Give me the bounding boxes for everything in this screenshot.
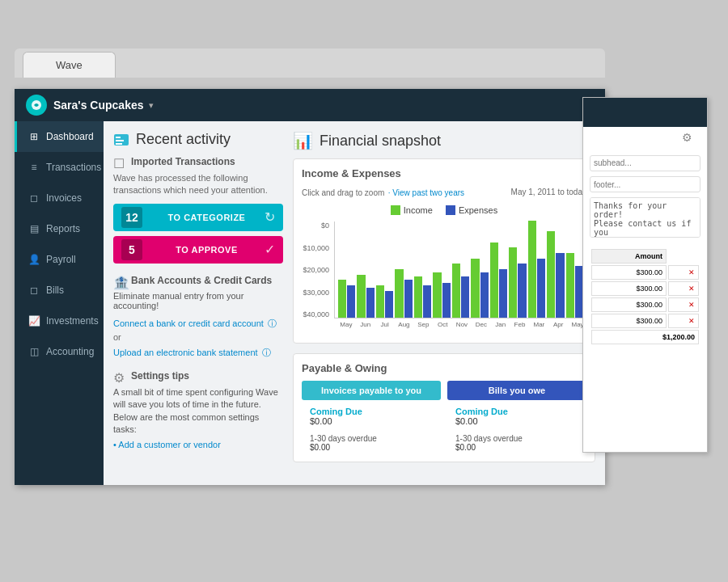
x-axis-label: Sep (414, 321, 432, 328)
sidebar-label-payroll: Payroll (46, 254, 76, 265)
sidebar-label-investments: Investments (46, 315, 99, 327)
upload-statement-label: Upload an electronic bank statement (113, 348, 258, 357)
bg-table-total-row: $1,200.00 (591, 330, 699, 344)
income-bar (414, 276, 422, 318)
expense-bar (347, 285, 355, 318)
bg-table-delete[interactable]: ✕ (668, 281, 699, 296)
svg-rect-2 (116, 137, 121, 138)
expense-bar (423, 285, 431, 318)
bg-table: Amount $300.00✕$300.00✕$300.00✕$300.00✕$… (590, 247, 700, 346)
x-axis-label: Feb (511, 321, 529, 328)
income-legend-label: Income (404, 205, 433, 215)
bg-table-delete[interactable]: ✕ (668, 314, 699, 328)
bar-group (452, 264, 469, 318)
income-bar (338, 280, 346, 318)
sidebar-item-dashboard[interactable]: ⊞ Dashboard (15, 121, 104, 152)
x-axis: MayJunJulAugSepOctNovDecJanFebMarAprMay (334, 321, 586, 328)
sidebar-label-accounting: Accounting (46, 346, 94, 357)
settings-tips-item[interactable]: • Add a customer or vendor (113, 439, 283, 451)
dashboard-icon: ⊞ (27, 129, 41, 144)
approve-count: 5 (121, 239, 142, 260)
bar-chart-container: $40,000 $30,000 $20,000 $10,000 $0 (302, 221, 586, 335)
reports-icon: ▤ (27, 221, 41, 236)
invoice-coming-due-cell: Coming Due $0.00 (302, 403, 441, 429)
settings-tips-header: ⚙ Settings tips (113, 370, 283, 382)
transactions-icon: ≡ (27, 160, 41, 175)
bar-group (395, 269, 412, 318)
chart-legend: Income Expenses (302, 205, 586, 215)
background-window: ⚙ Thanks for your order! Please contact … (582, 97, 708, 453)
bg-subhead-input[interactable] (590, 155, 700, 171)
sidebar-item-bills[interactable]: ◻ Bills (15, 275, 104, 306)
bills-icon: ◻ (27, 283, 41, 297)
sidebar-item-reports[interactable]: ▤ Reports (15, 213, 104, 244)
bg-textarea[interactable]: Thanks for your order! Please contact us… (590, 197, 700, 238)
ie-hint-area: Click and drag to zoom · View past two y… (302, 184, 464, 199)
sidebar-item-accounting[interactable]: ◫ Accounting (15, 336, 104, 367)
bank-title: Bank Accounts & Credit Cards (131, 275, 272, 286)
y-label-10k: $10,000 (302, 244, 332, 252)
approve-button[interactable]: 5 TO APPROVE ✓ (113, 236, 283, 264)
sidebar-item-transactions[interactable]: ≡ Transactions (15, 152, 104, 183)
income-bar (395, 269, 403, 318)
imported-transactions-desc: Wave has processed the following transac… (113, 172, 283, 197)
expenses-legend-dot (446, 205, 455, 215)
expense-bar (366, 288, 375, 318)
overdue-row: 1-30 days overdue $0.00 1-30 days overdu… (302, 432, 586, 453)
y-label-0: $0 (302, 221, 332, 230)
browser-tab-label: Wave (56, 59, 83, 71)
ie-view-link[interactable]: · View past two years (388, 188, 464, 197)
recent-activity-icon (113, 133, 129, 147)
income-bar (547, 231, 555, 318)
bg-table-delete[interactable]: ✕ (668, 297, 699, 312)
income-bar (490, 242, 498, 318)
upload-statement-link[interactable]: Upload an electronic bank statement ⓘ (113, 348, 271, 357)
main-layout: ⊞ Dashboard ≡ Transactions ◻ Invoices ▤ … (15, 121, 605, 485)
expenses-legend-label: Expenses (459, 205, 497, 215)
svg-rect-3 (116, 140, 124, 141)
browser-tab[interactable]: Wave (23, 52, 116, 78)
bar-group (338, 280, 355, 318)
x-axis-label: Aug (396, 321, 413, 328)
bg-gear-icon[interactable]: ⚙ (674, 123, 700, 152)
x-axis-label: Jun (357, 321, 375, 328)
recent-activity-title: Recent activity (136, 131, 231, 148)
bg-table-row: $300.00✕ (591, 314, 699, 328)
app-window: Sara's Cupcakes ▾ ⊞ Dashboard ≡ Transact… (15, 89, 605, 485)
invoice-coming-due-label: Coming Due (310, 407, 433, 416)
company-dropdown-arrow[interactable]: ▾ (149, 100, 154, 111)
sidebar-label-bills: Bills (46, 285, 64, 296)
bg-table-row: $300.00✕ (591, 297, 699, 312)
connect-bank-label: Connect a bank or credit card account (113, 318, 264, 328)
income-bar (509, 247, 517, 318)
sidebar-item-invoices[interactable]: ◻ Invoices (15, 183, 104, 213)
categorize-button[interactable]: 12 TO CATEGORIZE ↻ (113, 204, 283, 231)
y-label-40k: $40,000 (302, 310, 332, 318)
bar-group (414, 276, 431, 318)
upload-info-icon: ⓘ (262, 348, 271, 357)
imported-transactions-label: Imported Transactions (131, 156, 235, 167)
sidebar-item-investments[interactable]: 📈 Investments (15, 306, 104, 336)
bg-table-cell-value: $300.00 (591, 265, 667, 280)
approve-label: TO APPROVE (149, 245, 265, 255)
imported-icon: ☐ (113, 156, 126, 167)
snapshot-title: Financial snapshot (320, 133, 441, 150)
connect-bank-link[interactable]: Connect a bank or credit card account ⓘ (113, 318, 277, 328)
bg-table-header: Amount (591, 249, 667, 264)
invoice-overdue-label: 1-30 days overdue (310, 434, 433, 443)
bill-coming-due-cell: Coming Due $0.00 (447, 403, 586, 429)
expense-bar (442, 283, 451, 318)
bg-footer-input[interactable] (590, 176, 700, 192)
expense-bar (556, 253, 564, 318)
bank-icon: 🏦 (113, 275, 126, 286)
expense-bar (480, 272, 489, 318)
sidebar-label-invoices: Invoices (46, 192, 82, 204)
bg-table-cell-value: $300.00 (591, 297, 667, 312)
expense-bar (404, 280, 413, 318)
settings-tips-section: ⚙ Settings tips A small bit of time spen… (113, 370, 283, 452)
expense-bar (518, 264, 526, 318)
y-axis: $40,000 $30,000 $20,000 $10,000 $0 (302, 221, 332, 318)
sidebar-item-payroll[interactable]: 👤 Payroll (15, 244, 104, 275)
bar-chart[interactable] (334, 221, 586, 318)
bg-table-delete[interactable]: ✕ (668, 265, 699, 280)
